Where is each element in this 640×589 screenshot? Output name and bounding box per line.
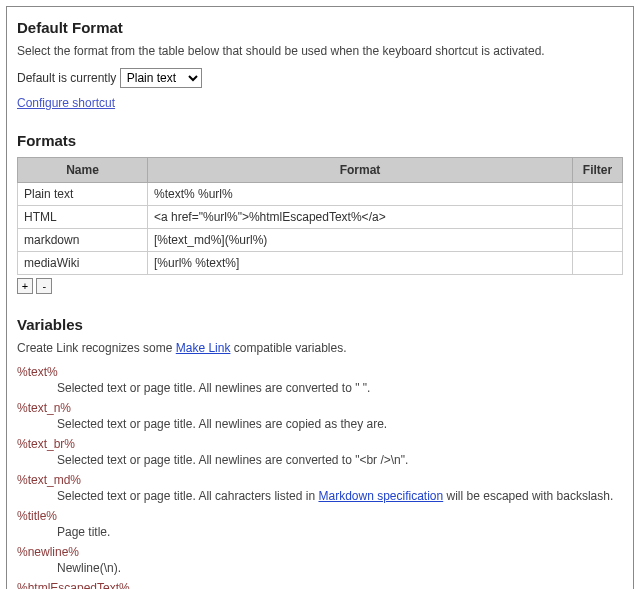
configure-shortcut-link[interactable]: Configure shortcut (17, 96, 115, 110)
variable-name: %newline% (17, 545, 623, 559)
default-format-label: Default is currently (17, 71, 116, 85)
settings-panel: Default Format Select the format from th… (6, 6, 634, 589)
variables-list: %text%Selected text or page title. All n… (17, 365, 623, 589)
format-name-cell[interactable]: Plain text (18, 183, 148, 206)
default-format-heading: Default Format (17, 19, 623, 36)
formats-table: Name Format Filter Plain text%text% %url… (17, 157, 623, 275)
col-header-name: Name (18, 158, 148, 183)
default-format-select[interactable]: Plain textHTMLmarkdownmediaWiki (120, 68, 202, 88)
table-row[interactable]: HTML<a href="%url%">%htmlEscapedText%</a… (18, 206, 623, 229)
format-name-cell[interactable]: mediaWiki (18, 252, 148, 275)
col-header-format: Format (148, 158, 573, 183)
variable-name: %title% (17, 509, 623, 523)
format-filter-cell[interactable] (573, 183, 623, 206)
table-row[interactable]: Plain text%text% %url% (18, 183, 623, 206)
variable-description: Selected text or page title. All newline… (57, 381, 623, 395)
table-row[interactable]: mediaWiki[%url% %text%] (18, 252, 623, 275)
remove-format-button[interactable]: - (36, 278, 52, 294)
format-filter-cell[interactable] (573, 206, 623, 229)
default-format-row: Default is currently Plain textHTMLmarkd… (17, 68, 623, 88)
variable-name: %text% (17, 365, 623, 379)
variable-description: Selected text or page title. All newline… (57, 417, 623, 431)
variable-name: %text_n% (17, 401, 623, 415)
formats-heading: Formats (17, 132, 623, 149)
variables-intro: Create Link recognizes some Make Link co… (17, 341, 623, 355)
variable-description: Page title. (57, 525, 623, 539)
variable-description: Newline(\n). (57, 561, 623, 575)
variables-heading: Variables (17, 316, 623, 333)
format-value-cell[interactable]: [%url% %text%] (148, 252, 573, 275)
format-filter-cell[interactable] (573, 252, 623, 275)
variable-description: Selected text or page title. All newline… (57, 453, 623, 467)
default-format-description: Select the format from the table below t… (17, 44, 623, 58)
format-name-cell[interactable]: HTML (18, 206, 148, 229)
format-value-cell[interactable]: <a href="%url%">%htmlEscapedText%</a> (148, 206, 573, 229)
variable-name: %htmlEscapedText% (17, 581, 623, 589)
format-value-cell[interactable]: %text% %url% (148, 183, 573, 206)
format-name-cell[interactable]: markdown (18, 229, 148, 252)
variable-name: %text_br% (17, 437, 623, 451)
make-link-link[interactable]: Make Link (176, 341, 231, 355)
table-row[interactable]: markdown[%text_md%](%url%) (18, 229, 623, 252)
variable-name: %text_md% (17, 473, 623, 487)
variable-description: Selected text or page title. All cahract… (57, 489, 623, 503)
col-header-filter: Filter (573, 158, 623, 183)
add-format-button[interactable]: + (17, 278, 33, 294)
format-value-cell[interactable]: [%text_md%](%url%) (148, 229, 573, 252)
format-filter-cell[interactable] (573, 229, 623, 252)
variable-doc-link[interactable]: Markdown specification (318, 489, 443, 503)
